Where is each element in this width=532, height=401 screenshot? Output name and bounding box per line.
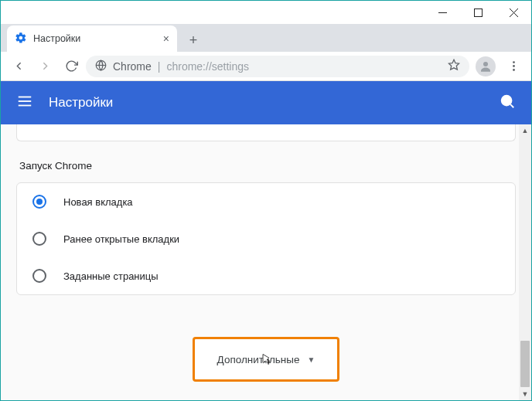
- tab-title: Настройки: [33, 33, 157, 44]
- omnibox-separator: |: [158, 60, 161, 73]
- svg-point-7: [483, 62, 488, 66]
- forward-button[interactable]: [33, 55, 56, 78]
- radio-icon: [32, 195, 46, 209]
- new-tab-button[interactable]: +: [182, 29, 205, 52]
- tab-strip: Настройки × +: [1, 24, 531, 52]
- gear-icon: [15, 32, 27, 46]
- radio-icon: [32, 269, 46, 283]
- radio-icon: [32, 232, 46, 246]
- scroll-up-icon[interactable]: ▲: [519, 124, 531, 137]
- bookmark-icon[interactable]: [448, 59, 460, 73]
- radio-label: Заданные страницы: [63, 270, 159, 282]
- svg-marker-6: [448, 59, 459, 70]
- svg-point-14: [502, 96, 512, 106]
- advanced-toggle[interactable]: Дополнительные ▼: [193, 337, 339, 382]
- site-info-icon[interactable]: [95, 59, 107, 73]
- svg-line-15: [510, 104, 513, 107]
- menu-button[interactable]: [502, 55, 525, 78]
- maximize-button[interactable]: [460, 1, 496, 24]
- close-tab-icon[interactable]: ×: [163, 32, 169, 45]
- window-titlebar: [1, 1, 531, 24]
- close-window-button[interactable]: [496, 1, 531, 24]
- section-title-startup: Запуск Chrome: [19, 160, 531, 172]
- minimize-button[interactable]: [425, 1, 460, 24]
- cursor-pointer-icon: [258, 352, 272, 370]
- radio-option-continue[interactable]: Ранее открытые вкладки: [17, 220, 515, 257]
- radio-label: Новая вкладка: [63, 196, 133, 208]
- svg-rect-1: [474, 8, 482, 16]
- address-bar[interactable]: Chrome | chrome://settings: [86, 56, 469, 77]
- browser-tab-settings[interactable]: Настройки ×: [7, 25, 177, 52]
- vertical-scrollbar[interactable]: ▲ ▼: [519, 124, 531, 400]
- omnibox-host: Chrome: [113, 60, 152, 73]
- scrollbar-thumb[interactable]: [520, 341, 530, 387]
- svg-point-8: [513, 61, 515, 63]
- svg-point-9: [513, 65, 515, 67]
- startup-card: Новая вкладка Ранее открытые вкладки Зад…: [16, 182, 516, 295]
- radio-label: Ранее открытые вкладки: [63, 233, 179, 245]
- previous-card-cutoff: [16, 124, 516, 141]
- omnibox-path: chrome://settings: [166, 60, 249, 73]
- back-button[interactable]: [7, 55, 30, 78]
- hamburger-menu-icon[interactable]: [16, 93, 33, 113]
- scroll-down-icon[interactable]: ▼: [519, 388, 531, 400]
- settings-header: Настройки: [1, 81, 531, 124]
- profile-avatar[interactable]: [476, 56, 496, 76]
- svg-point-10: [513, 69, 515, 71]
- settings-content: Запуск Chrome Новая вкладка Ранее открыт…: [1, 124, 531, 400]
- settings-title: Настройки: [49, 95, 483, 110]
- search-icon[interactable]: [499, 93, 516, 113]
- radio-option-new-tab[interactable]: Новая вкладка: [17, 183, 515, 220]
- radio-option-specific-pages[interactable]: Заданные страницы: [17, 257, 515, 294]
- reload-button[interactable]: [60, 55, 83, 78]
- chevron-down-icon: ▼: [307, 355, 315, 364]
- toolbar: Chrome | chrome://settings: [1, 52, 531, 81]
